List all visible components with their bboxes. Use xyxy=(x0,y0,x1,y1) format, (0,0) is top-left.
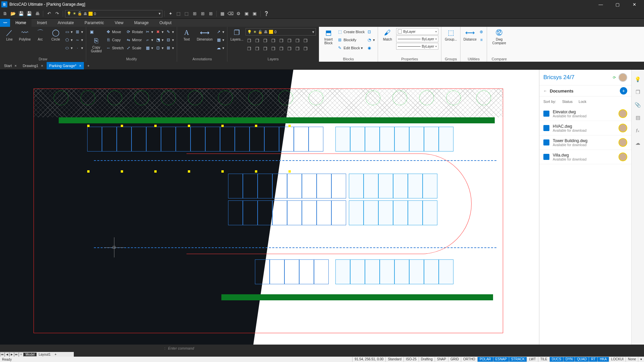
layers-icon[interactable]: ❐ xyxy=(634,88,642,96)
status-menu-button[interactable]: ▾ xyxy=(638,357,644,362)
blockify-button[interactable]: ⊞Blockify xyxy=(337,36,365,44)
close-icon[interactable]: × xyxy=(14,64,16,68)
status-toggle-ducs[interactable]: DUCS xyxy=(549,357,563,362)
layer-tool-icon[interactable]: ❐ xyxy=(294,45,301,52)
layout1-tab[interactable]: Layout1 xyxy=(37,353,53,356)
block-tool-button[interactable]: ⊡ xyxy=(367,28,375,36)
erase-button[interactable]: ✖▾ xyxy=(155,28,164,36)
status-toggle-ortho[interactable]: ORTHO xyxy=(461,357,477,362)
annotation-tool-button[interactable]: ▦▾ xyxy=(216,36,224,44)
status-toggle-strack[interactable]: STRACK xyxy=(509,357,527,362)
layer-tool-icon[interactable]: ❐ xyxy=(262,37,269,44)
modify-tool-button[interactable]: ⬔▾ xyxy=(155,36,164,44)
status-toggle-rt[interactable]: RT xyxy=(589,357,597,362)
sort-status-button[interactable]: Status xyxy=(562,100,573,104)
insert-block-button[interactable]: ⬒Insert Block xyxy=(322,28,335,45)
tab-view[interactable]: View xyxy=(109,19,129,27)
status-toggle-dyn[interactable]: DYN xyxy=(563,357,575,362)
add-button[interactable]: + xyxy=(620,87,627,95)
layer-tool-icon[interactable]: ❐ xyxy=(254,45,261,52)
quick-layer-selector[interactable]: 💡☀🔓🖶 0 ▾ xyxy=(65,10,162,17)
status-toggle-esnap[interactable]: ESNAP xyxy=(493,357,509,362)
layer-tool-icon[interactable]: ❐ xyxy=(286,45,293,52)
block-tool-button[interactable]: ◔▾ xyxy=(367,36,375,44)
block-tool-button[interactable]: ◉ xyxy=(367,44,375,52)
layout-list-button[interactable]: ≡ xyxy=(19,352,23,357)
document-item[interactable]: Elevator.dwgAvailable for download xyxy=(539,107,631,121)
tab-insert[interactable]: Insert xyxy=(32,19,52,27)
modify-tool-button[interactable]: ⊡▾ xyxy=(155,44,164,52)
drawing-canvas[interactable] xyxy=(0,70,539,345)
new-icon[interactable]: 🗎 xyxy=(1,10,9,17)
status-toggle-polar[interactable]: POLAR xyxy=(477,357,493,362)
model-tab[interactable]: Model xyxy=(23,353,37,356)
cloud-icon[interactable]: ☁ xyxy=(634,139,642,147)
rotate-button[interactable]: ⟳Rotate xyxy=(126,28,143,36)
layout-last-button[interactable]: ⏭ xyxy=(14,352,19,357)
tab-manage[interactable]: Manage xyxy=(129,19,154,27)
draw-tool-button[interactable]: ⬭▾ xyxy=(64,44,73,52)
status-toggle-grid[interactable]: GRID xyxy=(448,357,461,362)
command-line[interactable]: : Enter command xyxy=(0,345,533,352)
distance-button[interactable]: ⟷Distance xyxy=(463,28,477,41)
dwg-compare-button[interactable]: ⑫Dwg Compare xyxy=(490,28,508,45)
status-toggle-lockui[interactable]: LOCKUI xyxy=(609,357,626,362)
document-item[interactable]: Villa.dwgAvailable for download xyxy=(539,150,631,164)
sheets-icon[interactable]: ▤ xyxy=(634,114,642,121)
draw-tool-button[interactable]: ⊞▾ xyxy=(75,28,83,36)
group-button[interactable]: ⬚Group... xyxy=(444,28,458,41)
layer-tool-icon[interactable]: ❐ xyxy=(286,37,293,44)
qat-tool-icon[interactable]: ⚙ xyxy=(235,10,242,17)
layout-first-button[interactable]: ⏮ xyxy=(0,352,5,357)
draw-tool-button[interactable]: ·▾ xyxy=(75,44,83,52)
tab-annotate[interactable]: Annotate xyxy=(52,19,79,27)
layer-tool-icon[interactable]: ❐ xyxy=(270,37,277,44)
create-block-button[interactable]: ⬚Create Block xyxy=(337,28,365,36)
qat-tool-icon[interactable]: ⬚ xyxy=(183,10,190,17)
status-toggle-snap[interactable]: SNAP xyxy=(435,357,448,362)
saveas-icon[interactable]: 💾 xyxy=(25,10,33,17)
modify-tool-button[interactable]: ✎▾ xyxy=(166,28,174,36)
add-layout-button[interactable]: + xyxy=(53,353,59,356)
layer-tool-icon[interactable]: ❐ xyxy=(246,45,253,52)
qat-tool-icon[interactable]: ⊞ xyxy=(199,10,206,17)
qat-tool-icon[interactable]: ▦ xyxy=(219,10,226,17)
qat-tool-icon[interactable]: ⊞ xyxy=(207,10,214,17)
status-standard[interactable]: Standard xyxy=(385,357,404,362)
draw-tool-button[interactable]: ～▾ xyxy=(75,36,83,44)
layer-tool-icon[interactable]: ❐ xyxy=(262,45,269,52)
status-coords[interactable]: 91.54, 256.51, 0.00 xyxy=(352,357,385,362)
status-toggle-tile[interactable]: TILE xyxy=(538,357,549,362)
qat-tool-icon[interactable]: ⌫ xyxy=(227,10,234,17)
print-icon[interactable]: 🖶 xyxy=(34,10,41,17)
doc-tab-start[interactable]: Start× xyxy=(1,62,19,69)
utility-tool-button[interactable]: ≡ xyxy=(479,36,484,44)
undo-icon[interactable]: ↶ xyxy=(45,10,53,17)
layout-next-button[interactable]: ▶ xyxy=(9,352,14,357)
layer-tool-icon[interactable]: ❐ xyxy=(278,45,285,52)
back-icon[interactable]: ← xyxy=(543,89,547,93)
move-button[interactable]: ✥Move xyxy=(106,28,124,36)
modify-tool-button[interactable]: ⌐▾ xyxy=(145,36,153,44)
layer-tool-icon[interactable]: ❐ xyxy=(254,37,261,44)
function-icon[interactable]: fₓ xyxy=(634,127,642,134)
draw-tool-button[interactable]: ⬠▾ xyxy=(64,36,73,44)
modify-tool-button[interactable]: ⊠▾ xyxy=(166,44,174,52)
status-toggle-lwt[interactable]: LWT xyxy=(527,357,538,362)
qat-tool-icon[interactable]: ⊞ xyxy=(191,10,198,17)
layers-button[interactable]: ❐Layers... xyxy=(230,28,244,41)
annotation-tool-button[interactable]: ☁▾ xyxy=(216,44,224,52)
close-button[interactable]: ✕ xyxy=(629,1,640,8)
scale-button[interactable]: ⤢Scale xyxy=(126,44,143,52)
tab-home[interactable]: Home xyxy=(10,19,32,27)
minimize-button[interactable]: — xyxy=(595,1,606,8)
status-toggle-hka[interactable]: HKA xyxy=(597,357,609,362)
lightbulb-icon[interactable]: 💡 xyxy=(634,76,642,83)
status-drafting[interactable]: Drafting xyxy=(419,357,435,362)
qat-tool-icon[interactable]: ⬚ xyxy=(175,10,182,17)
app-menu-button[interactable]: 〰 xyxy=(0,19,10,27)
layer-tool-icon[interactable]: ❐ xyxy=(278,37,285,44)
status-iso[interactable]: ISO-25 xyxy=(404,357,419,362)
layer-tool-icon[interactable]: ❐ xyxy=(294,37,301,44)
mirror-button[interactable]: ⇋Mirror xyxy=(126,36,143,44)
